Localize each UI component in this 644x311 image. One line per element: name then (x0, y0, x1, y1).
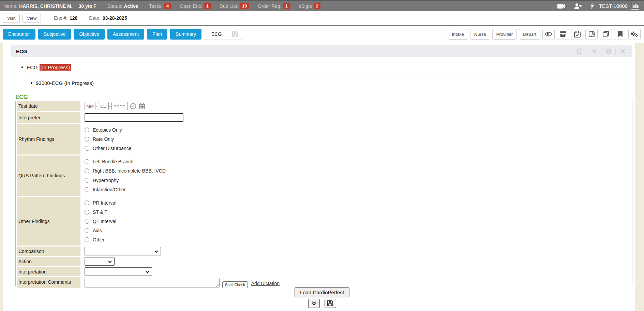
load-cardioperfect-button[interactable]: Load CardioPerfect (295, 287, 349, 297)
tab-assessment[interactable]: Assessment (107, 29, 144, 40)
tab-objective[interactable]: Objective (74, 29, 104, 40)
test-date-day-input[interactable] (98, 102, 109, 110)
section-title: ECG (16, 48, 27, 54)
settings-gears-icon[interactable] (628, 29, 641, 40)
date-separator: - (109, 103, 111, 109)
interpretation-comments-label: Interpretation Comments (17, 277, 80, 288)
save-button[interactable] (325, 299, 336, 308)
interpreter-input[interactable] (85, 113, 183, 122)
other-axis-radio[interactable] (85, 228, 89, 233)
radio-option-label: Other Disturbance (93, 146, 132, 151)
bar-chart-icon[interactable] (631, 3, 639, 10)
ecg-sub-order-item[interactable]: 93000-ECG (In Progress) (31, 80, 94, 86)
calendar-check-icon[interactable] (571, 29, 583, 40)
radio-option-label: Left Bundle Branch (93, 159, 133, 164)
order-status-badge: (In Progress) (40, 64, 71, 71)
divider (586, 3, 586, 10)
enc-number-value: 128 (70, 15, 77, 21)
rhythm-other-disturbance-radio[interactable] (85, 146, 89, 151)
section-collapse-icon[interactable] (587, 47, 601, 55)
ecg-section-header: ECG (11, 45, 632, 57)
rhythm-rate-only-radio[interactable] (85, 137, 89, 142)
interpreter-label: Interpreter (17, 112, 80, 123)
qrs-right-bbb-radio[interactable] (85, 168, 89, 173)
view-button[interactable]: View (23, 14, 41, 23)
other-pr-interval-radio[interactable] (85, 201, 89, 205)
qrs-infarction-other-radio[interactable] (85, 187, 89, 192)
intake-button[interactable]: Intake (448, 29, 468, 40)
qrs-pattern-findings-label: QRS Pattern Findings (17, 156, 80, 196)
section-close-icon[interactable] (615, 47, 630, 55)
video-camera-icon[interactable] (557, 3, 566, 9)
esign-badge[interactable]: 2 (314, 3, 320, 9)
radio-option-label: Axis (93, 228, 102, 233)
order-req-badge[interactable]: 1 (283, 3, 290, 9)
order-name: ECG (27, 64, 38, 70)
tab-subjective[interactable]: Subjective (38, 29, 71, 40)
nurse-button[interactable]: Nurse (470, 29, 490, 40)
tab-summary[interactable]: Summary (170, 29, 201, 40)
date-label: Date: (89, 15, 100, 21)
tab-plan[interactable]: Plan (147, 29, 167, 40)
tab-encounter[interactable]: Encounter (3, 29, 35, 40)
rhythm-findings-label: Rhythm Findings (17, 124, 80, 154)
other-st-t-radio[interactable] (85, 210, 89, 214)
section-book-icon[interactable] (572, 47, 587, 55)
open-enc-badge[interactable]: 1 (204, 3, 210, 9)
test-date-month-input[interactable] (85, 102, 95, 110)
clock-icon[interactable] (130, 103, 136, 109)
page-edge-left (0, 43, 3, 311)
qrs-left-bundle-branch-radio[interactable] (85, 159, 89, 164)
ecg-order-item[interactable]: ECG (In Progress) (21, 64, 71, 71)
action-label: Action (17, 257, 80, 266)
radio-option-label: Rate Only (93, 136, 114, 142)
visit-button[interactable]: Visit (3, 14, 20, 23)
interpretation-comments-textarea[interactable] (85, 278, 220, 287)
provider-button[interactable]: Provider (492, 29, 517, 40)
name-label: Name: (3, 3, 17, 9)
other-findings-label: Other Findings (17, 197, 80, 246)
section-cancel-icon[interactable] (601, 47, 615, 55)
form-legend: ECG (13, 94, 30, 101)
radio-option-label: PR Interval (93, 200, 116, 206)
lightning-bolt-icon[interactable] (590, 3, 594, 9)
divider (27, 75, 630, 75)
add-dictation-link[interactable]: Add Dictation (251, 281, 280, 286)
patient-age-sex: 30 y/o F (79, 3, 96, 9)
eye-icon[interactable] (542, 29, 555, 40)
radio-option-label: QT Interval (93, 219, 116, 224)
tab-ecg-active[interactable]: ECG (205, 29, 242, 40)
patient-info-bar: Name: HARRIS, CHRISTINE M. 30 y/o F Stat… (0, 0, 644, 11)
order-req-label: Order Req: (258, 3, 281, 9)
archive-box-icon[interactable] (557, 29, 569, 40)
patient-name: HARRIS, CHRISTINE M. (19, 3, 72, 9)
expand-all-button[interactable] (308, 299, 320, 308)
interpretation-select[interactable] (85, 267, 152, 276)
other-qt-interval-radio[interactable] (85, 219, 89, 224)
status-label: Status: (107, 3, 122, 9)
rhythm-ectopics-only-radio[interactable] (85, 128, 89, 132)
comparison-select[interactable] (85, 247, 161, 255)
enc-number-label: Enc #: (54, 15, 68, 21)
depart-button[interactable]: Depart (519, 29, 540, 40)
qrs-hypertrophy-radio[interactable] (85, 178, 89, 183)
action-select[interactable] (85, 257, 115, 266)
radio-option-label: ST & T (93, 209, 107, 215)
bookmark-icon[interactable] (614, 29, 626, 40)
spell-check-button[interactable]: Spell Check (222, 281, 248, 288)
radio-option-label: Infarction/Other (93, 187, 126, 192)
calendar-icon[interactable] (138, 103, 145, 109)
status-value: Active (124, 3, 138, 9)
other-other-radio[interactable] (85, 237, 89, 242)
copy-pages-icon[interactable] (600, 29, 612, 40)
due-list-badge[interactable]: 10 (240, 3, 249, 9)
test-date-year-input[interactable] (111, 102, 128, 110)
esign-label: eSign: (299, 3, 312, 9)
open-enc-label: Open Enc: (180, 3, 202, 9)
date-separator: - (96, 103, 98, 109)
tasks-badge[interactable]: 4 (164, 3, 171, 9)
add-user-icon[interactable] (574, 3, 582, 9)
tab-save-icon[interactable] (228, 29, 242, 40)
book-icon[interactable] (585, 29, 598, 40)
tab-ecg-label: ECG (205, 31, 228, 37)
